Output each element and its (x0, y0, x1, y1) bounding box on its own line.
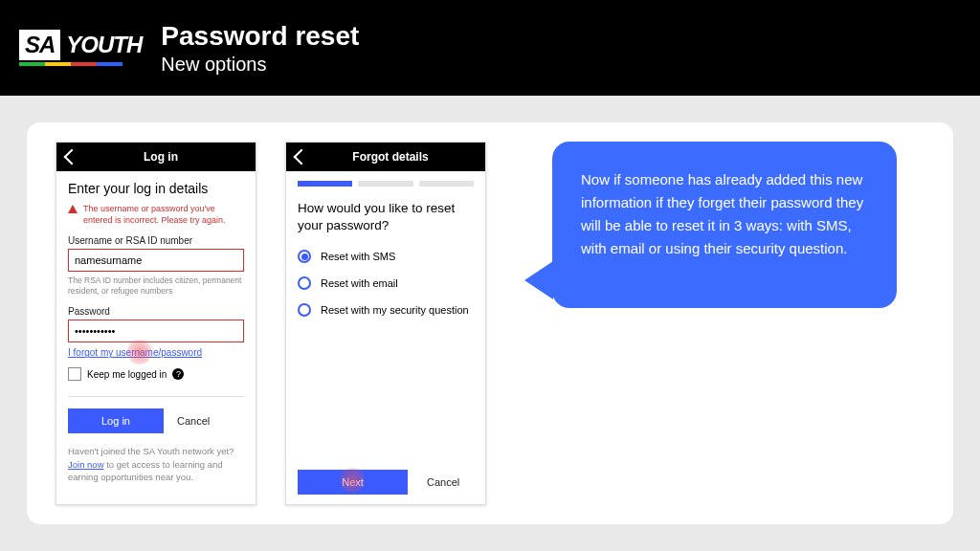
login-screen-mockup: Log in Enter your log in details The use… (56, 142, 256, 505)
progress-bar (298, 181, 474, 187)
login-screen-title: Log in (87, 150, 234, 164)
radio-icon (298, 276, 311, 290)
warning-icon (68, 205, 78, 213)
login-error: The username or password you've entered … (68, 204, 244, 226)
forgot-screen-header: Forgot details (286, 143, 485, 171)
password-label: Password (68, 306, 244, 317)
keep-logged-checkbox[interactable] (68, 367, 81, 381)
callout: Now if someone has already added this ne… (524, 142, 897, 308)
help-icon[interactable]: ? (172, 368, 184, 380)
callout-body: Now if someone has already added this ne… (552, 142, 897, 308)
login-heading: Enter your log in details (68, 181, 244, 196)
reset-option-email[interactable]: Reset with email (298, 276, 474, 290)
back-icon[interactable] (294, 149, 310, 165)
forgot-link[interactable]: I forgot my username/password (68, 347, 202, 358)
callout-arrow-icon (524, 261, 553, 299)
login-button[interactable]: Log in (68, 408, 164, 433)
callout-text: Now if someone has already added this ne… (581, 171, 863, 256)
logo-stripe (19, 62, 122, 66)
slide-header: SA YOUTH Password reset New options (0, 0, 980, 96)
forgot-heading: How would you like to reset your passwor… (298, 200, 474, 234)
slide-title: Password reset (161, 21, 359, 52)
divider (68, 396, 244, 397)
logo-sa-text: SA (19, 30, 60, 60)
back-icon[interactable] (64, 149, 80, 165)
next-button[interactable]: Next (298, 470, 408, 495)
login-screen-header: Log in (56, 143, 256, 171)
username-label: Username or RSA ID number (68, 235, 244, 246)
cancel-button[interactable]: Cancel (427, 476, 459, 488)
username-help: The RSA ID number includes citizen, perm… (68, 276, 244, 297)
slide-subtitle: New options (161, 54, 359, 76)
forgot-screen-mockup: Forgot details How would you like to res… (285, 142, 486, 505)
logo-youth-text: YOUTH (66, 32, 142, 58)
radio-icon (298, 250, 311, 263)
login-error-text: The username or password you've entered … (83, 204, 244, 226)
password-input[interactable] (68, 320, 244, 342)
cancel-button[interactable]: Cancel (177, 415, 210, 427)
join-now-link[interactable]: Join now (68, 459, 104, 470)
reset-option-sms[interactable]: Reset with SMS (298, 250, 474, 263)
keep-logged-label: Keep me logged in (87, 369, 167, 380)
join-text: Haven't joined the SA Youth network yet?… (68, 445, 244, 483)
radio-icon (298, 303, 311, 317)
sa-youth-logo: SA YOUTH (19, 30, 142, 66)
reset-option-security-question[interactable]: Reset with my security question (298, 303, 474, 317)
forgot-screen-title: Forgot details (317, 150, 464, 164)
content-stage: Log in Enter your log in details The use… (27, 122, 953, 524)
username-input[interactable] (68, 249, 244, 272)
